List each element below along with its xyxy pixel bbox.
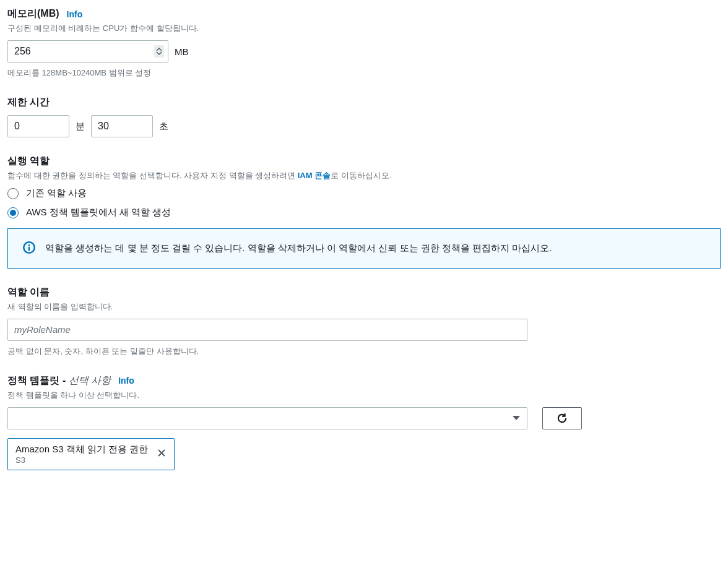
timeout-minutes-unit: 분: [76, 121, 85, 132]
execution-role-section: 실행 역할 함수에 대한 권한을 정의하는 역할을 선택합니다. 사용자 지정 …: [7, 155, 721, 269]
role-name-placeholder: myRoleName: [14, 324, 71, 335]
iam-console-link[interactable]: IAM 콘솔: [298, 171, 331, 180]
timeout-seconds-unit: 초: [159, 121, 168, 132]
policy-info-link[interactable]: Info: [118, 376, 134, 386]
memory-info-link[interactable]: Info: [67, 9, 83, 19]
refresh-icon: [557, 413, 568, 424]
radio-existing-role[interactable]: 기존 역할 사용: [7, 187, 721, 199]
timeout-seconds-value: 30: [98, 121, 109, 132]
radio-existing-label: 기존 역할 사용: [26, 187, 87, 199]
timeout-minutes-input[interactable]: 0: [7, 115, 69, 137]
memory-unit: MB: [175, 46, 189, 57]
memory-hint: 메모리를 128MB~10240MB 범위로 설정: [7, 67, 721, 79]
selected-policy-tag: Amazon S3 객체 읽기 전용 권한 S3: [7, 438, 175, 470]
memory-section: 메모리(MB) Info 구성된 메모리에 비례하는 CPU가 함수에 할당됩니…: [7, 7, 721, 79]
memory-label: 메모리(MB): [7, 7, 59, 20]
memory-stepper[interactable]: [154, 45, 164, 58]
radio-icon: [7, 188, 19, 199]
timeout-seconds-input[interactable]: 30: [91, 115, 153, 137]
chevron-down-icon: [512, 415, 521, 421]
role-name-label: 역할 이름: [7, 286, 50, 299]
tag-sub: S3: [15, 455, 148, 465]
role-name-description: 새 역할의 이름을 입력합니다.: [7, 301, 721, 312]
role-description: 함수에 대한 권한을 정의하는 역할을 선택합니다. 사용자 지정 역할을 생성…: [7, 170, 721, 181]
timeout-minutes-value: 0: [14, 121, 20, 132]
policy-template-section: 정책 템플릿 - 선택 사항 Info 정책 템플릿을 하나 이상 선택합니다.…: [7, 374, 721, 470]
memory-input[interactable]: 256: [7, 40, 168, 62]
timeout-label: 제한 시간: [7, 96, 50, 109]
close-icon[interactable]: [157, 448, 167, 460]
svg-rect-1: [28, 247, 30, 251]
role-name-hint: 공백 없이 문자, 숫자, 하이픈 또는 밑줄만 사용합니다.: [7, 346, 721, 357]
role-name-section: 역할 이름 새 역할의 이름을 입력합니다. myRoleName 공백 없이 …: [7, 286, 721, 357]
policy-label: 정책 템플릿 - 선택 사항: [7, 374, 111, 387]
radio-icon: [7, 207, 19, 218]
refresh-button[interactable]: [542, 407, 582, 429]
role-name-input[interactable]: myRoleName: [7, 319, 527, 341]
radio-template-label: AWS 정책 템플릿에서 새 역할 생성: [26, 207, 171, 218]
timeout-section: 제한 시간 0 분 30 초: [7, 96, 721, 137]
role-info-text: 역할을 생성하는 데 몇 분 정도 걸릴 수 있습니다. 역할을 삭제하거나 이…: [45, 241, 552, 256]
svg-rect-2: [28, 244, 30, 246]
role-info-box: 역할을 생성하는 데 몇 분 정도 걸릴 수 있습니다. 역할을 삭제하거나 이…: [7, 228, 721, 269]
role-label: 실행 역할: [7, 155, 50, 168]
tag-title: Amazon S3 객체 읽기 전용 권한: [15, 444, 148, 455]
info-icon: [23, 241, 35, 254]
memory-description: 구성된 메모리에 비례하는 CPU가 함수에 할당됩니다.: [7, 23, 721, 34]
memory-value: 256: [14, 46, 31, 57]
radio-template-role[interactable]: AWS 정책 템플릿에서 새 역할 생성: [7, 207, 721, 218]
policy-description: 정책 템플릿을 하나 이상 선택합니다.: [7, 390, 721, 401]
policy-select[interactable]: [7, 407, 527, 429]
